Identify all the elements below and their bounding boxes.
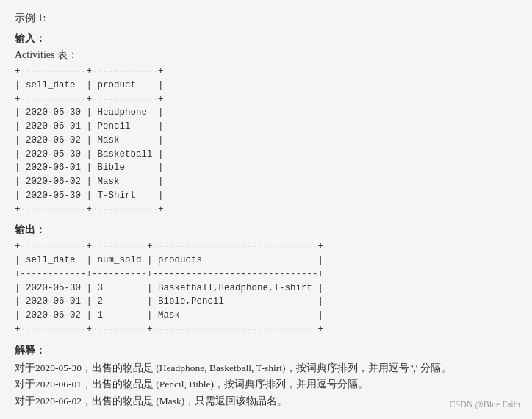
explanation-lines: 对于2020-05-30，出售的物品是 (Headphone, Basketba… [15,360,517,411]
example-title: 示例 1: [15,12,517,25]
explanation-line-3: 对于2020-06-02，出售的物品是 (Mask)，只需返回该物品名。 [15,393,517,410]
explanation-line-1: 对于2020-05-30，出售的物品是 (Headphone, Basketba… [15,360,517,377]
explanation-label: 解释： [15,344,517,357]
explanation-line-2: 对于2020-06-01，出售的物品是 (Pencil, Bible)，按词典序… [15,376,517,393]
input-label: 输入： [15,32,517,46]
explanation-section: 解释： 对于2020-05-30，出售的物品是 (Headphone, Bask… [15,344,517,411]
input-section: 输入： Activities 表： +------------+--------… [15,32,517,216]
output-table: +------------+----------+---------------… [15,240,517,336]
activities-table-label: Activities 表： [15,49,517,62]
input-table: +------------+------------+ | sell_date … [15,65,517,216]
example-container: 示例 1: 输入： Activities 表： +------------+--… [15,12,517,410]
output-section: 输出： +------------+----------+-----------… [15,223,517,336]
watermark: CSDN @Blue Faith [450,399,520,410]
output-label: 输出： [15,223,517,237]
